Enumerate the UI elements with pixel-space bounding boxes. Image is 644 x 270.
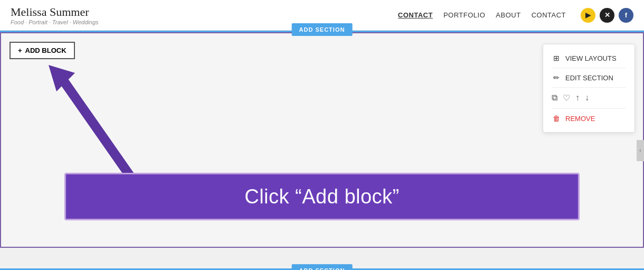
move-down-icon[interactable]: ↓ <box>585 93 589 103</box>
add-section-top-button[interactable]: ADD SECTION <box>292 23 353 36</box>
panel-divider-2 <box>552 87 626 88</box>
content-section: + ADD BLOCK Click “Add block” ⊞ VIEW LA <box>0 32 644 248</box>
right-panel: ⊞ VIEW LAYOUTS ✏ EDIT SECTION ⧉ ♡ ↑ ↓ 🗑 … <box>543 44 635 133</box>
trash-icon: 🗑 <box>552 114 561 123</box>
nav-area: CONTACT PORTFOLIO ABOUT CONTACT ▶ ✕ f <box>398 8 633 23</box>
remove-item[interactable]: 🗑 REMOVE <box>552 111 626 126</box>
add-section-bottom-button[interactable]: ADD SECTION <box>292 264 353 270</box>
remove-label: REMOVE <box>565 115 595 123</box>
facebook-button[interactable]: f <box>619 8 633 23</box>
panel-divider-3 <box>552 108 626 109</box>
side-handle[interactable]: ‹ <box>637 140 644 161</box>
twitter-button[interactable]: ✕ <box>600 8 614 23</box>
panel-action-row: ⧉ ♡ ↑ ↓ <box>552 90 626 106</box>
tooltip-banner: Click “Add block” <box>64 173 580 220</box>
plus-icon: + <box>18 46 22 54</box>
nav-link-contact-2[interactable]: CONTACT <box>532 11 566 19</box>
heart-icon[interactable]: ♡ <box>563 93 570 103</box>
add-block-label: ADD BLOCK <box>25 46 67 54</box>
edit-section-label: EDIT SECTION <box>565 74 613 82</box>
svg-line-1 <box>62 78 136 184</box>
social-icons: ▶ ✕ f <box>581 8 633 23</box>
logo-name: Melissa Summer <box>11 5 99 19</box>
logo-tagline: Food · Portrait · Travel · Weddings <box>11 19 99 25</box>
nav-link-about[interactable]: ABOUT <box>496 11 520 19</box>
nav-link-contact-1[interactable]: CONTACT <box>398 11 433 19</box>
nav-link-portfolio[interactable]: PORTFOLIO <box>443 11 485 19</box>
panel-divider-1 <box>552 68 626 68</box>
edit-section-item[interactable]: ✏ EDIT SECTION <box>552 70 626 85</box>
tooltip-text: Click “Add block” <box>244 185 400 208</box>
layout-icon: ⊞ <box>552 54 561 62</box>
copy-icon[interactable]: ⧉ <box>552 93 557 103</box>
edit-icon: ✏ <box>552 73 561 82</box>
view-layouts-label: VIEW LAYOUTS <box>565 54 617 62</box>
move-up-icon[interactable]: ↑ <box>575 93 580 103</box>
logo-area: Melissa Summer Food · Portrait · Travel … <box>11 5 99 25</box>
svg-marker-2 <box>49 65 75 91</box>
main-area: ADD SECTION + ADD BLOCK Click “Add block… <box>0 31 644 270</box>
add-block-button[interactable]: + ADD BLOCK <box>10 42 75 59</box>
view-layouts-item[interactable]: ⊞ VIEW LAYOUTS <box>552 51 626 66</box>
youtube-button[interactable]: ▶ <box>581 8 595 23</box>
